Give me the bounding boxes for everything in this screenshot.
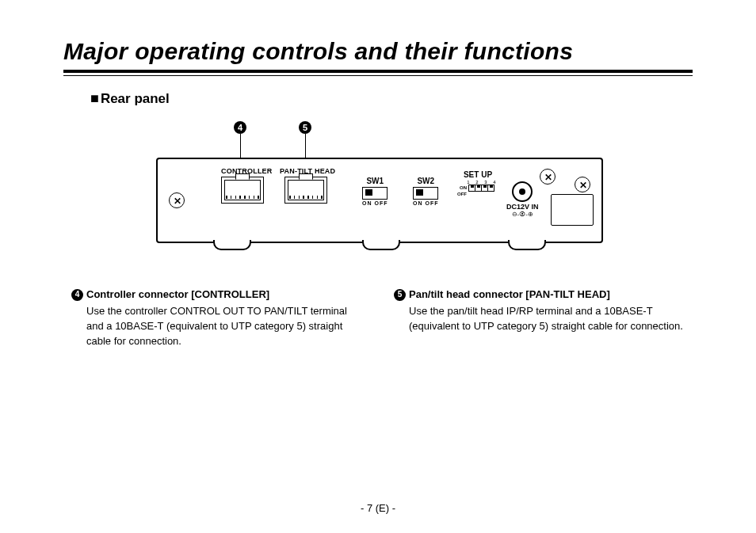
page-title: Major operating controls and their funct… [63, 38, 693, 65]
rj45-pins-icon [289, 196, 323, 199]
panel-foot [508, 240, 546, 250]
panel-foot [362, 240, 400, 250]
dip-switch-icon [468, 185, 494, 192]
circled-number-icon: 4 [71, 289, 83, 301]
rear-panel-diagram: 4 5 CONTROLLER [156, 121, 600, 256]
desc5-body: Use the pan/tilt head IP/RP terminal and… [409, 304, 685, 334]
sw1-label: SW1 [362, 177, 388, 185]
dc-label: DC12V IN [506, 203, 539, 211]
manual-page: Major operating controls and their funct… [0, 0, 756, 533]
slide-switch-icon [413, 187, 438, 200]
setup-label: SET UP [457, 170, 498, 179]
desc4-body: Use the controller CONTROL OUT TO PAN/TI… [86, 304, 362, 349]
dc-power-jack: DC12V IN ⊖-⦿-⊕ [506, 181, 539, 218]
screw-icon [575, 177, 590, 192]
callout-number-icon: 4 [234, 121, 246, 134]
dip-off-label: OFF [457, 192, 467, 197]
page-number: - 7 (E) - [0, 502, 756, 514]
desc5-title: Pan/tilt head connector [PAN-TILT HEAD] [409, 288, 610, 300]
screw-icon [540, 169, 556, 185]
controller-connector: CONTROLLER [221, 167, 264, 204]
panel-foot [213, 240, 251, 250]
title-rule [63, 70, 693, 76]
description-4: 4Controller connector [CONTROLLER] Use t… [71, 287, 362, 348]
descriptions: 4Controller connector [CONTROLLER] Use t… [63, 287, 693, 348]
dc-polarity-icon: ⊖-⦿-⊕ [506, 211, 539, 218]
sw1-switch: SW1 ON OFF [362, 177, 388, 206]
desc4-title: Controller connector [CONTROLLER] [86, 288, 269, 300]
screw-icon [169, 192, 185, 208]
rj45-pins-icon [226, 196, 259, 199]
rear-plate [551, 194, 594, 226]
description-5: 5Pan/tilt head connector [PAN-TILT HEAD]… [394, 287, 685, 348]
sw1-onoff: ON OFF [362, 200, 388, 206]
square-bullet-icon: ■ [90, 90, 99, 107]
section-heading: ■Rear panel [90, 90, 693, 107]
rear-panel-outline: CONTROLLER PAN-TILT HEAD [156, 158, 603, 243]
slide-switch-icon [362, 187, 388, 200]
setup-dip-switch: SET UP 1 2 3 4 ON OFF [457, 170, 498, 197]
sw2-onoff: ON OFF [413, 200, 438, 206]
circled-number-icon: 5 [394, 289, 406, 301]
sw2-switch: SW2 ON OFF [413, 177, 438, 206]
dip-on-label: ON [457, 185, 467, 191]
callout-number-icon: 5 [299, 121, 311, 134]
dc-jack-icon [512, 181, 533, 202]
section-heading-text: Rear panel [101, 91, 170, 106]
sw2-label: SW2 [413, 177, 438, 185]
pantilt-connector: PAN-TILT HEAD [284, 167, 332, 204]
